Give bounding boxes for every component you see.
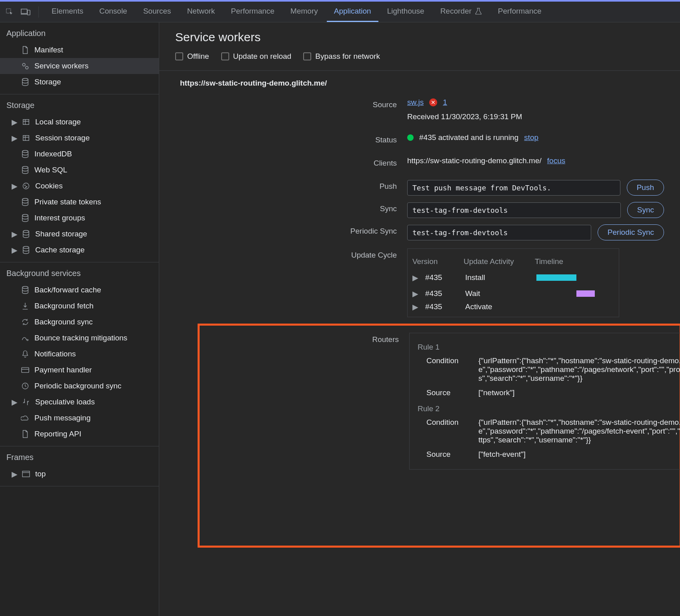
device-toolbar-icon[interactable] <box>18 5 33 19</box>
svg-point-17 <box>23 246 29 248</box>
svg-rect-22 <box>22 471 30 477</box>
sidebar-item-payment-handler[interactable]: Payment handler <box>0 362 159 378</box>
document-icon <box>21 430 30 438</box>
sidebar-item-service-workers[interactable]: Service workers <box>0 58 159 74</box>
bypass-toggle[interactable]: Bypass for network <box>303 52 380 61</box>
uc-col-version: Version <box>412 257 456 266</box>
sidebar-item-interest-groups[interactable]: Interest groups <box>0 210 159 226</box>
sidebar-item-label: Local storage <box>35 118 81 126</box>
sidebar-item-label: Bounce tracking mitigations <box>34 334 127 342</box>
sidebar-item-label: Session storage <box>35 134 90 142</box>
uc-col-activity: Update Activity <box>464 257 528 266</box>
sidebar-item-top-frame[interactable]: ▶ top <box>0 466 159 482</box>
tab-performance[interactable]: Performance <box>224 2 282 22</box>
disclosure-triangle-icon[interactable]: ▶ <box>12 230 17 239</box>
disclosure-triangle-icon[interactable]: ▶ <box>412 302 418 312</box>
inspect-icon[interactable] <box>2 5 17 19</box>
push-input[interactable] <box>407 180 620 196</box>
tab-application[interactable]: Application <box>327 2 378 22</box>
tab-performance-insights[interactable]: Performance <box>491 2 549 22</box>
rule-title: Rule 1 <box>418 343 680 352</box>
sidebar-item-bfcache[interactable]: Back/forward cache <box>0 282 159 298</box>
uc-activity: Wait <box>465 289 529 298</box>
rule-condition-value: {"urlPattern":{"hash":"*","hostname":"sw… <box>478 356 680 383</box>
periodic-sync-button[interactable]: Periodic Sync <box>598 224 664 240</box>
sidebar-item-reporting-api[interactable]: Reporting API <box>0 426 159 442</box>
database-icon <box>21 286 30 294</box>
source-file-link[interactable]: sw.js <box>407 98 424 107</box>
sidebar-item-private-state-tokens[interactable]: Private state tokens <box>0 194 159 210</box>
database-icon <box>22 246 30 254</box>
periodic-sync-label: Periodic Sync <box>159 224 407 236</box>
sidebar-item-label: Cookies <box>35 182 63 190</box>
sidebar-item-speculative-loads[interactable]: ▶Speculative loads <box>0 394 159 410</box>
svg-point-5 <box>22 78 28 80</box>
timeline-bar-install <box>536 274 576 281</box>
rule-condition-label: Condition <box>426 418 470 444</box>
disclosure-triangle-icon[interactable]: ▶ <box>12 398 17 407</box>
tab-memory[interactable]: Memory <box>283 2 325 22</box>
rule-condition-value: {"urlPattern":{"hash":"*","hostname":"sw… <box>478 418 680 444</box>
tab-network[interactable]: Network <box>180 2 222 22</box>
stop-link[interactable]: stop <box>524 133 538 142</box>
tab-recorder[interactable]: Recorder <box>433 2 489 22</box>
svg-point-14 <box>22 198 28 200</box>
service-workers-panel: Service workers Offline Update on reload… <box>159 22 680 616</box>
sidebar-item-periodic-bg-sync[interactable]: Periodic background sync <box>0 378 159 394</box>
uc-row-activate[interactable]: ▶ #435 Activate <box>412 302 614 312</box>
svg-point-10 <box>23 183 29 189</box>
sidebar-item-local-storage[interactable]: ▶ Local storage <box>0 114 159 130</box>
sidebar-item-indexeddb[interactable]: IndexedDB <box>0 146 159 162</box>
error-count-link[interactable]: 1 <box>443 98 447 107</box>
disclosure-triangle-icon[interactable]: ▶ <box>12 246 17 255</box>
sidebar-item-push-messaging[interactable]: Push messaging <box>0 410 159 426</box>
toggle-label: Update on reload <box>233 52 292 61</box>
sidebar-item-notifications[interactable]: Notifications <box>0 346 159 362</box>
svg-rect-1 <box>21 9 27 13</box>
sync-button[interactable]: Sync <box>627 202 664 218</box>
offline-toggle[interactable]: Offline <box>175 52 209 61</box>
sidebar-item-bounce-tracking[interactable]: Bounce tracking mitigations <box>0 330 159 346</box>
sidebar-item-cache-storage[interactable]: ▶ Cache storage <box>0 242 159 258</box>
disclosure-triangle-icon[interactable]: ▶ <box>412 289 418 298</box>
status-dot-icon <box>407 134 414 141</box>
window-icon <box>22 471 30 477</box>
tab-sources[interactable]: Sources <box>136 2 178 22</box>
sidebar-item-label: Interest groups <box>34 214 85 222</box>
uc-version: #435 <box>425 273 458 282</box>
sidebar-item-background-fetch[interactable]: Background fetch <box>0 298 159 314</box>
sidebar-item-background-sync[interactable]: Background sync <box>0 314 159 330</box>
sidebar-item-storage[interactable]: Storage <box>0 74 159 90</box>
tab-lighthouse[interactable]: Lighthouse <box>380 2 432 22</box>
sidebar-section-application: Application <box>0 22 159 42</box>
svg-rect-7 <box>23 136 29 141</box>
tab-elements[interactable]: Elements <box>44 2 90 22</box>
push-button[interactable]: Push <box>627 180 664 196</box>
sidebar-item-shared-storage[interactable]: ▶ Shared storage <box>0 226 159 242</box>
flask-icon <box>475 8 482 15</box>
sidebar-item-cookies[interactable]: ▶ Cookies <box>0 178 159 194</box>
sidebar-item-manifest[interactable]: Manifest <box>0 42 159 58</box>
uc-col-timeline: Timeline <box>535 257 563 266</box>
application-sidebar: Application Manifest Service workers <box>0 22 159 616</box>
uc-row-wait[interactable]: ▶ #435 Wait <box>412 286 614 302</box>
sync-input[interactable] <box>407 202 621 218</box>
error-icon[interactable]: ✕ <box>429 98 437 106</box>
client-url: https://sw-static-routing-demo.glitch.me… <box>407 156 542 165</box>
sidebar-item-websql[interactable]: Web SQL <box>0 162 159 178</box>
disclosure-triangle-icon[interactable]: ▶ <box>12 118 17 127</box>
sidebar-item-session-storage[interactable]: ▶ Session storage <box>0 130 159 146</box>
uc-row-install[interactable]: ▶ #435 Install <box>412 270 614 286</box>
disclosure-triangle-icon[interactable]: ▶ <box>12 182 17 191</box>
tab-console[interactable]: Console <box>92 2 134 22</box>
disclosure-triangle-icon[interactable]: ▶ <box>12 134 17 143</box>
disclosure-triangle-icon[interactable]: ▶ <box>412 273 418 282</box>
sidebar-item-label: Reporting API <box>34 430 81 438</box>
source-label: Source <box>159 98 407 109</box>
focus-link[interactable]: focus <box>547 156 565 165</box>
disclosure-triangle-icon[interactable]: ▶ <box>12 470 17 479</box>
database-icon <box>21 214 30 222</box>
update-on-reload-toggle[interactable]: Update on reload <box>221 52 292 61</box>
periodic-sync-input[interactable] <box>407 225 591 240</box>
sidebar-item-label: Private state tokens <box>34 198 101 206</box>
